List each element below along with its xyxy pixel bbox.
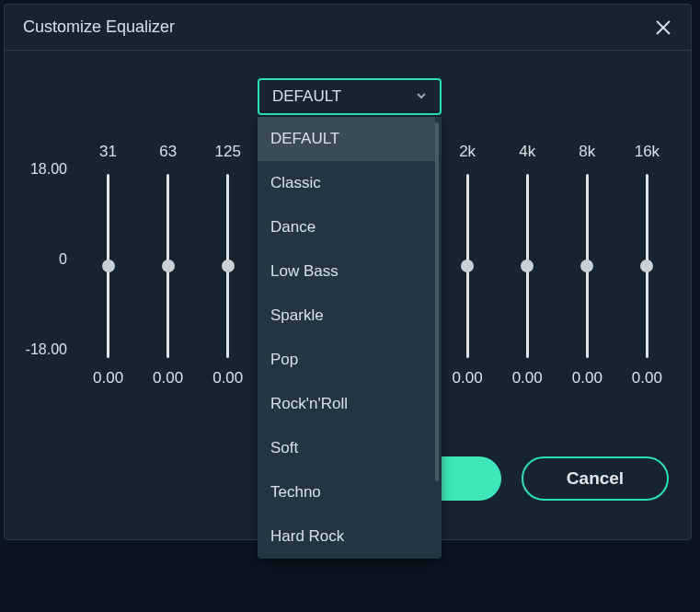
eq-band-8k: 8k 0.00 — [557, 143, 617, 387]
eq-band-63: 63 0.00 — [138, 143, 198, 387]
equalizer-dialog: Customize Equalizer DEFAULT 18.00 0 -18.… — [4, 4, 692, 540]
preset-option-hardrock[interactable]: Hard Rock — [258, 514, 435, 559]
preset-option-pop[interactable]: Pop — [258, 338, 435, 382]
slider-thumb[interactable] — [461, 260, 474, 272]
titlebar: Customize Equalizer — [5, 5, 691, 51]
band-freq-label: 2k — [459, 143, 476, 168]
slider-thumb[interactable] — [521, 260, 534, 272]
axis-mid: 0 — [59, 251, 67, 268]
band-value: 0.00 — [153, 369, 183, 387]
band-freq-label: 125 — [215, 143, 241, 168]
slider-thumb[interactable] — [640, 260, 653, 272]
band-value: 0.00 — [453, 369, 483, 387]
band-slider[interactable] — [526, 174, 529, 358]
band-slider[interactable] — [466, 174, 469, 358]
slider-thumb[interactable] — [222, 260, 235, 272]
dialog-content: DEFAULT 18.00 0 -18.00 31 0.00 63 — [5, 51, 691, 534]
slider-thumb[interactable] — [580, 260, 593, 272]
preset-option-sparkle[interactable]: Sparkle — [258, 294, 435, 338]
band-slider[interactable] — [226, 174, 229, 358]
band-freq-label: 4k — [519, 143, 535, 168]
axis-max: 18.00 — [30, 161, 67, 178]
eq-band-125: 125 0.00 — [198, 143, 258, 387]
slider-thumb[interactable] — [102, 260, 115, 272]
gain-axis: 18.00 0 -18.00 — [18, 161, 78, 354]
band-slider[interactable] — [586, 174, 589, 358]
eq-band-31: 31 0.00 — [78, 143, 138, 387]
band-value: 0.00 — [512, 369, 543, 387]
eq-band-16k: 16k 0.00 — [617, 143, 677, 387]
preset-dropdown[interactable]: DEFAULT Classic Dance Low Bass Sparkle P… — [258, 117, 442, 559]
preset-option-default[interactable]: DEFAULT — [258, 117, 435, 161]
preset-option-lowbass[interactable]: Low Bass — [258, 249, 435, 294]
slider-thumb[interactable] — [162, 260, 175, 272]
chevron-down-icon — [416, 87, 427, 106]
preset-option-techno[interactable]: Techno — [258, 470, 435, 514]
close-button[interactable] — [654, 18, 672, 37]
band-slider[interactable] — [166, 174, 169, 358]
preset-select[interactable]: DEFAULT — [258, 78, 442, 115]
cancel-button[interactable]: Cancel — [522, 456, 669, 501]
preset-option-rocknroll[interactable]: Rock'n'Roll — [258, 382, 435, 426]
preset-option-dance[interactable]: Dance — [258, 205, 435, 249]
band-value: 0.00 — [212, 369, 243, 387]
preset-option-soft[interactable]: Soft — [258, 426, 435, 470]
band-freq-label: 63 — [159, 143, 177, 168]
close-icon — [655, 19, 671, 36]
band-freq-label: 31 — [99, 143, 117, 168]
preset-option-classic[interactable]: Classic — [258, 161, 435, 205]
eq-band-2k: 2k 0.00 — [438, 143, 498, 387]
axis-min: -18.00 — [26, 341, 67, 358]
band-value: 0.00 — [93, 369, 123, 387]
band-freq-label: 8k — [579, 143, 595, 168]
band-value: 0.00 — [572, 369, 602, 387]
band-slider[interactable] — [107, 174, 109, 358]
preset-selected-label: DEFAULT — [272, 87, 341, 106]
band-slider[interactable] — [646, 174, 648, 358]
band-value: 0.00 — [632, 369, 662, 387]
dropdown-scrollbar[interactable] — [435, 122, 439, 481]
dialog-title: Customize Equalizer — [23, 17, 175, 37]
band-freq-label: 16k — [635, 143, 660, 168]
eq-band-4k: 4k 0.00 — [498, 143, 557, 387]
